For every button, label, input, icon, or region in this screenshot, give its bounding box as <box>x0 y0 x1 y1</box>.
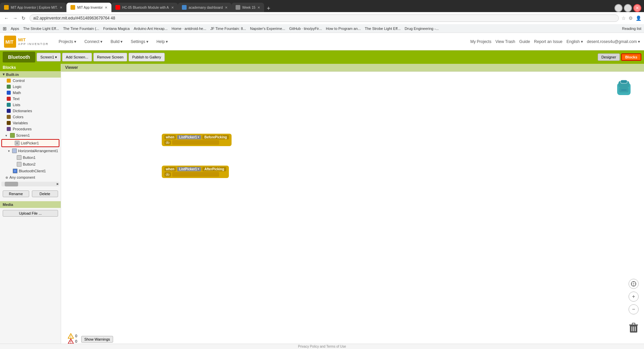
sidebar-item-colors[interactable]: Colors <box>0 114 61 120</box>
screen1-icon <box>10 133 15 138</box>
bookmark-11[interactable]: Drug Engineering -... <box>405 27 439 31</box>
nav-language[interactable]: English ▾ <box>566 39 583 44</box>
warning-bar: 0 0 Show Warnings <box>68 333 113 344</box>
nav-settings[interactable]: Settings ▾ <box>127 38 152 45</box>
bookmark-star-icon[interactable]: ☆ <box>622 15 626 21</box>
tab-5-close[interactable]: ✕ <box>257 6 260 9</box>
sidebar-item-text[interactable]: Text <box>0 96 61 102</box>
bluetooth-icon: B <box>13 169 17 173</box>
rename-button[interactable]: Rename <box>3 190 29 197</box>
bookmark-5[interactable]: Home · antdroid-he... <box>171 27 206 31</box>
bookmark-1[interactable]: The Strobe Light Eff... <box>23 27 59 31</box>
any-component-item[interactable]: ⊕ Any component <box>0 174 61 180</box>
error-count: 0 <box>75 339 77 343</box>
nav-connect[interactable]: Connect ▾ <box>81 38 106 45</box>
new-tab-button[interactable]: + <box>264 5 273 12</box>
sidebar-item-math[interactable]: Math <box>0 90 61 96</box>
tab-2-close[interactable]: ✕ <box>105 6 107 9</box>
nav-user-email[interactable]: desent.roses4u@gmail.com ▾ <box>587 39 640 44</box>
bluetooth-tree-item[interactable]: B BluetoothClient1 <box>0 168 61 174</box>
sidebar-item-dictionaries[interactable]: Dictionaries <box>0 108 61 114</box>
tab-4[interactable]: academany dashboard ✕ <box>178 3 232 12</box>
listpicker1-tree-item[interactable]: ≡ ListPicker1 <box>1 139 59 147</box>
media-section-header: Media <box>0 201 61 208</box>
backpack-container[interactable] <box>614 78 634 98</box>
screen-selector-button[interactable]: Screen1 ▾ <box>37 53 61 61</box>
text-label: Text <box>13 97 19 101</box>
delete-button[interactable]: Delete <box>32 190 58 197</box>
colors-icon <box>7 115 11 119</box>
tab-3-close[interactable]: ✕ <box>171 6 174 9</box>
nav-guide[interactable]: Guide <box>519 39 530 44</box>
add-screen-button[interactable]: Add Screen... <box>62 53 92 61</box>
tab-2-label: MIT App Inventor <box>77 6 103 9</box>
sidebar-header: Blocks <box>0 64 61 71</box>
nav-projects[interactable]: Projects ▾ <box>55 38 80 45</box>
sidebar-scroll-right-icon[interactable]: ▶ <box>57 182 59 185</box>
button2-tree-item[interactable]: Button2 <box>0 161 61 168</box>
publish-gallery-button[interactable]: Publish to Gallery <box>129 53 165 61</box>
designer-button[interactable]: Designer <box>598 53 620 61</box>
sidebar-item-variables[interactable]: Variables <box>0 120 61 126</box>
sidebar-scrollbar-thumb <box>5 182 18 186</box>
refresh-button[interactable]: ↻ <box>20 15 27 21</box>
bookmark-2[interactable]: The Time Fountain (... <box>63 27 99 31</box>
sidebar-item-lists[interactable]: Lists <box>0 102 61 108</box>
window-close[interactable]: ✕ <box>633 4 641 12</box>
tab-1-favicon <box>4 5 9 10</box>
block-after-picking[interactable]: when ListPicker1 ▾ AfterPicking do <box>162 166 229 178</box>
blocks-button[interactable]: Blocks <box>621 53 641 61</box>
nav-help[interactable]: Help ▾ <box>153 38 171 45</box>
reading-list[interactable]: Reading list <box>622 27 641 31</box>
apps-icon[interactable]: ⊞ <box>3 26 7 31</box>
screen1-tree-item[interactable]: ▾ Screen1 <box>0 132 61 139</box>
svg-rect-4 <box>621 80 627 83</box>
block-do-slot-before <box>172 140 219 145</box>
bookmark-4[interactable]: Arduino Ant Hexap... <box>134 27 167 31</box>
bookmark-7[interactable]: Napster's Experime... <box>250 27 285 31</box>
sidebar-item-control[interactable]: Control <box>0 78 61 84</box>
tab-1[interactable]: MIT App Inventor | Explore MIT... ✕ <box>0 3 66 12</box>
back-button[interactable]: ← <box>3 15 10 21</box>
nav-my-projects[interactable]: My Projects <box>470 39 491 44</box>
tab-4-close[interactable]: ✕ <box>225 6 228 9</box>
sidebar-item-procedures[interactable]: Procedures <box>0 126 61 132</box>
upload-file-button[interactable]: Upload File ... <box>3 210 58 217</box>
zoom-in-button[interactable]: + <box>629 292 639 302</box>
url-input[interactable] <box>30 14 619 22</box>
tab-5[interactable]: Week 15 ✕ <box>232 3 264 12</box>
button1-tree-item[interactable]: Button1 <box>0 154 61 161</box>
tab-2[interactable]: MIT App Inventor ✕ <box>66 3 111 12</box>
bookmark-3[interactable]: Fontana Magica <box>103 27 130 31</box>
nav-view-trash[interactable]: View Trash <box>495 39 515 44</box>
window-minimize[interactable] <box>614 4 623 12</box>
crosshair-button[interactable] <box>629 279 639 289</box>
remove-screen-button[interactable]: Remove Screen <box>93 53 127 61</box>
button1-icon <box>17 155 21 160</box>
window-maximize[interactable] <box>624 4 632 12</box>
sidebar-scrollbar[interactable]: ▶ <box>1 182 59 186</box>
forward-button[interactable]: → <box>11 15 19 21</box>
trash-button[interactable] <box>629 321 639 335</box>
block-before-picking[interactable]: when ListPicker1 ▾ BeforePicking do <box>162 134 232 146</box>
zoom-out-button[interactable]: − <box>629 304 639 314</box>
block-component-after[interactable]: ListPicker1 ▾ <box>177 167 201 171</box>
bookmark-9[interactable]: How to Program an... <box>326 27 361 31</box>
viewer-canvas[interactable]: when ListPicker1 ▾ BeforePicking do <box>61 72 644 348</box>
tab-1-label: MIT App Inventor | Explore MIT... <box>11 6 58 9</box>
nav-build[interactable]: Build ▾ <box>107 38 126 45</box>
sidebar-item-logic[interactable]: Logic <box>0 84 61 90</box>
block-do-slot-after <box>172 172 219 177</box>
block-component-before[interactable]: ListPicker1 ▾ <box>177 135 201 139</box>
built-in-section[interactable]: ▾ Built-in <box>0 71 61 78</box>
tab-1-close[interactable]: ✕ <box>60 6 62 9</box>
svg-point-21 <box>70 337 71 338</box>
tab-3[interactable]: HC-05 Bluetooth Module with A... ✕ <box>111 3 178 12</box>
nav-report-issue[interactable]: Report an Issue <box>534 39 562 44</box>
show-warnings-button[interactable]: Show Warnings <box>81 336 113 343</box>
bookmark-8[interactable]: GitHub · tino/pyFir... <box>289 27 322 31</box>
bookmark-6[interactable]: JF Time Fountain: 8... <box>210 27 246 31</box>
bookmark-apps[interactable]: Apps <box>11 27 19 31</box>
horizontal-arrangement-tree-item[interactable]: ▾ HorizontalArrangement1 <box>0 147 61 154</box>
bookmark-10[interactable]: The Strobe Light Eff... <box>365 27 401 31</box>
